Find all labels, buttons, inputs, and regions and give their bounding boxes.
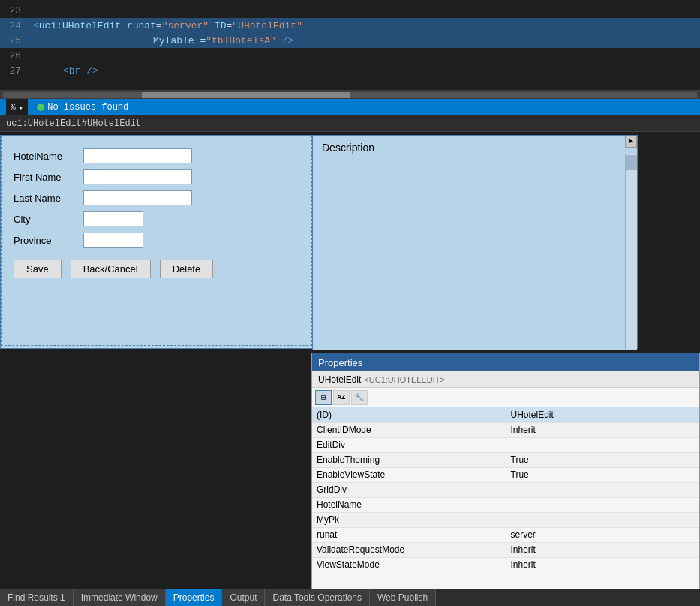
bottom-tab-data-tools-operations[interactable]: Data Tools Operations bbox=[265, 590, 370, 606]
property-value[interactable]: True bbox=[506, 467, 699, 482]
property-row[interactable]: ViewStateModeInherit bbox=[312, 557, 699, 572]
code-line-23: 23 bbox=[0, 3, 700, 18]
component-name: UHotelEdit bbox=[318, 374, 361, 385]
properties-table: (ID)UHotelEditClientIDModeInheritEditDiv… bbox=[312, 407, 699, 572]
property-value[interactable] bbox=[506, 512, 699, 527]
label-lastname: Last Name bbox=[14, 193, 77, 204]
properties-header: Properties bbox=[312, 353, 699, 371]
properties-component: UHotelEdit <UC1:UHOTELEDIT> bbox=[312, 371, 699, 388]
properties-title: Properties bbox=[318, 357, 362, 368]
description-title: Description bbox=[313, 136, 637, 157]
line-number: 24 bbox=[3, 20, 33, 32]
input-lastname[interactable] bbox=[83, 190, 192, 206]
input-province[interactable] bbox=[83, 232, 143, 248]
uc-form: HotelName First Name Last Name City Prov… bbox=[1, 136, 312, 346]
property-value[interactable] bbox=[506, 497, 699, 512]
status-dot bbox=[37, 104, 44, 111]
delete-button[interactable]: Delete bbox=[160, 260, 214, 278]
line-number: 25 bbox=[3, 35, 33, 46]
grid-view-button[interactable]: ⊞ bbox=[315, 390, 332, 405]
scrollbar-track[interactable] bbox=[3, 92, 697, 98]
breadcrumb: uc1:UHotelEdit#UHotelEdit bbox=[0, 116, 700, 132]
dropdown-arrow: ▾ bbox=[19, 103, 24, 112]
property-value[interactable]: True bbox=[506, 452, 699, 467]
code-line-27: 27 <br /> bbox=[0, 63, 700, 78]
alpha-sort-button[interactable]: AZ bbox=[333, 390, 350, 405]
property-name: runat bbox=[312, 527, 506, 542]
description-panel: Description bbox=[312, 136, 637, 350]
line-number: 27 bbox=[3, 65, 33, 76]
label-city: City bbox=[14, 214, 77, 225]
label-firstname: First Name bbox=[14, 172, 77, 183]
property-name: EnableTheming bbox=[312, 452, 506, 467]
back-cancel-button[interactable]: Back/Cancel bbox=[71, 260, 151, 278]
property-row[interactable]: MyPk bbox=[312, 512, 699, 527]
property-value[interactable]: Inherit bbox=[506, 557, 699, 572]
input-hotelname[interactable] bbox=[83, 148, 192, 164]
wrench-icon: 🔧 bbox=[355, 393, 364, 402]
bottom-tab-web-publish[interactable]: Web Publish bbox=[370, 590, 436, 606]
property-name: ValidateRequestMode bbox=[312, 542, 506, 557]
property-value[interactable]: server bbox=[506, 527, 699, 542]
line-number: 26 bbox=[3, 50, 33, 62]
description-scrollbar[interactable] bbox=[625, 154, 637, 349]
property-name: GridDiv bbox=[312, 482, 506, 497]
property-row[interactable]: runatserver bbox=[312, 527, 699, 542]
properties-scroll-area[interactable]: (ID)UHotelEditClientIDModeInheritEditDiv… bbox=[312, 407, 699, 572]
properties-panel: Properties UHotelEdit <UC1:UHOTELEDIT> ⊞… bbox=[311, 352, 700, 606]
bottom-tab-find-results-1[interactable]: Find Results 1 bbox=[0, 590, 74, 606]
bottom-tab-output[interactable]: Output bbox=[222, 590, 265, 606]
label-hotelname: HotelName bbox=[14, 151, 77, 162]
property-row[interactable]: EditDiv bbox=[312, 437, 699, 452]
breadcrumb-text: uc1:UHotelEdit#UHotelEdit bbox=[6, 118, 141, 129]
property-row[interactable]: HotelName bbox=[312, 497, 699, 512]
property-value[interactable]: Inherit bbox=[506, 422, 699, 437]
property-row[interactable]: EnableViewStateTrue bbox=[312, 467, 699, 482]
field-row-hotelname: HotelName bbox=[14, 148, 299, 164]
code-line-26: 26 bbox=[0, 48, 700, 63]
property-name: (ID) bbox=[312, 407, 506, 422]
properties-toolbar: ⊞ AZ 🔧 bbox=[312, 388, 699, 407]
field-row-lastname: Last Name bbox=[14, 190, 299, 206]
input-firstname[interactable] bbox=[83, 170, 192, 184]
property-name: HotelName bbox=[312, 497, 506, 512]
scrollbar-thumb[interactable] bbox=[142, 92, 350, 98]
no-issues-status: No issues found bbox=[37, 102, 128, 112]
input-city[interactable] bbox=[83, 212, 143, 226]
property-value[interactable]: Inherit bbox=[506, 542, 699, 557]
bottom-tab-properties[interactable]: Properties bbox=[166, 590, 223, 606]
component-type: <UC1:UHOTELEDIT> bbox=[364, 375, 445, 384]
property-name: ClientIDMode bbox=[312, 422, 506, 437]
no-issues-text: No issues found bbox=[47, 102, 128, 112]
code-line-24: 24 <uc1:UHotelEdit runat="server" ID="UH… bbox=[0, 18, 700, 33]
label-province: Province bbox=[14, 235, 77, 246]
bottom-tab-bar: Find Results 1Immediate WindowProperties… bbox=[0, 590, 700, 606]
property-row[interactable]: (ID)UHotelEdit bbox=[312, 407, 699, 422]
code-line-25: 25 MyTable ="tblHotelsA" /> bbox=[0, 33, 700, 48]
design-surface: ▶ HotelName First Name Last Name City bbox=[0, 135, 638, 349]
property-value[interactable]: UHotelEdit bbox=[506, 407, 699, 422]
status-bar: % ▾ No issues found bbox=[0, 99, 700, 116]
field-row-province: Province bbox=[14, 232, 299, 248]
properties-page-button[interactable]: 🔧 bbox=[351, 390, 368, 405]
buttons-row: Save Back/Cancel Delete bbox=[14, 260, 299, 278]
zoom-control[interactable]: % ▾ bbox=[6, 99, 28, 116]
close-button[interactable]: ▶ bbox=[625, 136, 637, 148]
property-name: MyPk bbox=[312, 512, 506, 527]
zoom-label: % bbox=[11, 103, 16, 112]
property-row[interactable]: EnableThemingTrue bbox=[312, 452, 699, 467]
field-row-city: City bbox=[14, 212, 299, 226]
property-row[interactable]: ValidateRequestModeInherit bbox=[312, 542, 699, 557]
editor-scrollbar[interactable] bbox=[0, 90, 700, 99]
save-button[interactable]: Save bbox=[14, 260, 62, 278]
az-icon: AZ bbox=[338, 394, 346, 401]
scrollbar-thumb[interactable] bbox=[626, 155, 637, 170]
property-value[interactable] bbox=[506, 482, 699, 497]
bottom-tab-immediate-window[interactable]: Immediate Window bbox=[74, 590, 166, 606]
property-row[interactable]: GridDiv bbox=[312, 482, 699, 497]
property-value[interactable] bbox=[506, 437, 699, 452]
property-name: EditDiv bbox=[312, 437, 506, 452]
property-row[interactable]: ClientIDModeInherit bbox=[312, 422, 699, 437]
property-name: EnableViewState bbox=[312, 467, 506, 482]
close-icon: ▶ bbox=[629, 137, 633, 146]
